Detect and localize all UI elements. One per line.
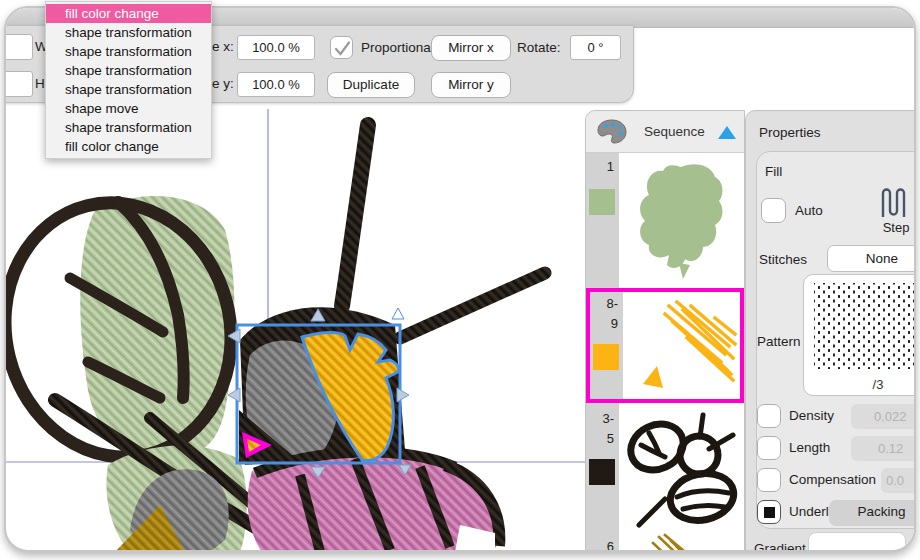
- checkmark-icon: [333, 39, 352, 58]
- properties-panel-title: Properties: [759, 125, 821, 140]
- length-value: 0.12: [878, 441, 903, 456]
- embroidery-canvas[interactable]: [4, 103, 585, 552]
- sequence-thumbnail: [619, 153, 744, 288]
- sequence-item-2-selected[interactable]: 8- 9: [586, 288, 744, 403]
- pattern-caption: /3: [804, 377, 916, 392]
- gradient-label: Gradient: [754, 541, 806, 552]
- density-value: 0.022: [874, 409, 907, 424]
- stitch-range-label: 6: [607, 539, 614, 552]
- scale-y-label: e y:: [212, 74, 234, 94]
- menu-item-shape-transformation[interactable]: shape transformation: [46, 42, 211, 61]
- auto-label: Auto: [795, 203, 823, 218]
- density-label: Density: [789, 408, 834, 423]
- duplicate-button[interactable]: Duplicate: [327, 72, 415, 98]
- menu-item-shape-transformation[interactable]: shape transformation: [46, 118, 211, 137]
- rotate-label: Rotate:: [517, 38, 561, 58]
- gradient-field[interactable]: [808, 532, 906, 552]
- fill-section: Fill Auto Step Stitches None Pattern /3 …: [756, 151, 916, 529]
- scale-x-label: e x:: [212, 37, 234, 57]
- height-input[interactable]: [4, 71, 33, 97]
- history-context-menu: fill color change shape transformation s…: [45, 1, 212, 159]
- yellow-scribble-thumb: [623, 292, 740, 399]
- menu-item-shape-transformation[interactable]: shape transformation: [46, 61, 211, 80]
- sequence-thumbnail: [623, 292, 740, 399]
- stitches-dropdown[interactable]: None: [827, 245, 916, 272]
- gold-scribble-thumb: [619, 533, 744, 552]
- stitch-range-label: 1: [607, 159, 614, 174]
- sequence-thumbnail: [619, 533, 744, 552]
- properties-panel: Properties Fill Auto Step Stitches None …: [745, 110, 916, 552]
- dot-pattern-swatch: [814, 283, 916, 369]
- color-swatch[interactable]: [593, 344, 619, 370]
- compensation-checkbox[interactable]: [757, 468, 781, 492]
- menu-item-fill-color-change[interactable]: fill color change: [46, 137, 211, 156]
- sequence-panel: Sequence 1 8-: [585, 110, 745, 552]
- stitch-range-label: 8-: [606, 296, 618, 311]
- underlay-checkbox[interactable]: [757, 500, 781, 524]
- scale-y-input[interactable]: 100.0 %: [237, 72, 315, 97]
- stitch-range-label: 3-: [602, 411, 614, 426]
- sequence-item-gutter: 6: [586, 533, 619, 552]
- compensation-value: 0.0: [886, 473, 904, 488]
- compensation-label: Compensation: [789, 472, 876, 487]
- stitch-range-label2: 5: [607, 431, 614, 446]
- sequence-thumbnail: [619, 403, 744, 533]
- bee-embroidery-art[interactable]: [4, 125, 545, 552]
- sequence-item-3[interactable]: 3- 5: [586, 403, 744, 533]
- menu-item-fill-color-change[interactable]: fill color change: [46, 4, 211, 23]
- step-stitch-icon[interactable]: [879, 186, 909, 218]
- sequence-panel-title: Sequence: [644, 124, 705, 139]
- mirror-x-button[interactable]: Mirror x: [431, 35, 511, 61]
- checkbox-filled-mark: [764, 507, 775, 518]
- sequence-item-4[interactable]: 6: [586, 533, 744, 552]
- stitches-label: Stitches: [759, 252, 807, 267]
- collapse-up-icon[interactable]: [718, 126, 736, 139]
- density-checkbox[interactable]: [757, 404, 781, 428]
- length-checkbox[interactable]: [757, 436, 781, 460]
- pattern-label: Pattern: [757, 334, 801, 349]
- gradient-dial-icon[interactable]: [912, 534, 916, 552]
- height-label: H: [35, 74, 45, 94]
- stitch-range-label2: 9: [611, 316, 618, 331]
- menu-item-shape-transformation[interactable]: shape transformation: [46, 23, 211, 42]
- sequence-panel-header: Sequence: [586, 111, 744, 153]
- step-label: Step: [879, 220, 913, 235]
- length-label: Length: [789, 440, 830, 455]
- rotate-input[interactable]: 0 °: [570, 35, 621, 60]
- palette-icon[interactable]: [597, 119, 627, 145]
- green-leaf-thumb: [619, 153, 744, 288]
- menu-item-shape-transformation[interactable]: shape transformation: [46, 80, 211, 99]
- pattern-preview[interactable]: /3: [803, 274, 916, 396]
- bee-outline-thumb: [619, 403, 744, 533]
- color-swatch[interactable]: [589, 189, 615, 215]
- auto-checkbox[interactable]: [761, 198, 786, 223]
- sequence-item-gutter: 3- 5: [586, 403, 619, 533]
- proportional-checkbox[interactable]: [330, 36, 353, 59]
- screenshot-stage: W H e x: e y: 100.0 % 100.0 % Proportion…: [0, 0, 920, 560]
- proportional-label: Proportional: [361, 38, 434, 58]
- sequence-item-gutter: 1: [586, 153, 619, 288]
- sequence-item-gutter: 8- 9: [590, 292, 623, 399]
- sequence-item-1[interactable]: 1: [586, 153, 744, 288]
- underlay-type-button[interactable]: Packing: [829, 500, 916, 526]
- menu-item-shape-move[interactable]: shape move: [46, 99, 211, 118]
- color-swatch[interactable]: [589, 459, 615, 485]
- mirror-y-button[interactable]: Mirror y: [431, 72, 511, 98]
- fill-section-label: Fill: [765, 164, 782, 179]
- width-input[interactable]: [4, 34, 33, 60]
- scale-x-input[interactable]: 100.0 %: [237, 35, 315, 60]
